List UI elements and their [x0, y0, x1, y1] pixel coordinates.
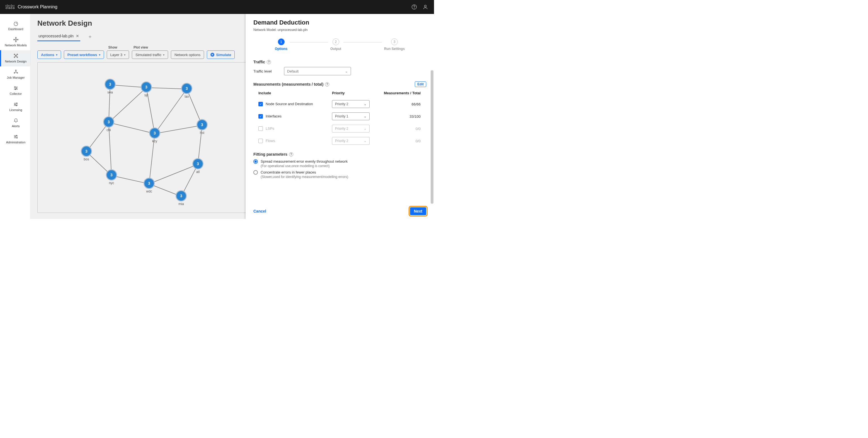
- help-icon[interactable]: ?: [289, 152, 293, 156]
- fitting-option-spread[interactable]: Spread measurement error evenly througho…: [253, 159, 426, 168]
- chevron-down-icon: ⌄: [364, 127, 367, 130]
- svg-point-15: [14, 72, 15, 74]
- priority-select: Priority 2⌄: [332, 125, 370, 133]
- nav-label: Network Models: [5, 43, 27, 47]
- node-chi[interactable]: 3chi: [103, 116, 114, 132]
- side-nav: Dashboard Network Models Network Design …: [0, 14, 31, 219]
- panel-title: Demand Deduction: [253, 19, 426, 26]
- brand: ı|ıı|ııCISCO Crosswork Planning: [6, 4, 57, 9]
- add-tab-button[interactable]: ＋: [86, 31, 94, 41]
- include-checkbox[interactable]: [258, 139, 263, 143]
- traffic-level-label: Traffic level: [253, 69, 278, 74]
- next-button[interactable]: Next: [410, 207, 426, 215]
- panel-footer: Cancel Next: [246, 203, 434, 219]
- cisco-logo: ı|ıı|ııCISCO: [6, 5, 15, 9]
- nav-administration[interactable]: Administration: [0, 131, 30, 147]
- svg-point-25: [17, 138, 17, 138]
- nav-collector[interactable]: Collector: [0, 83, 30, 99]
- file-tab-label: unprocessed-lab.pln: [38, 34, 73, 38]
- top-bar: ı|ıı|ııCISCO Crosswork Planning: [0, 0, 434, 14]
- col-mt: Measurements / Total: [371, 88, 426, 98]
- table-row: ✓Interfaces Priority 1⌄ 33/100: [253, 110, 426, 122]
- svg-point-3: [14, 22, 18, 26]
- nav-label: Collector: [10, 92, 22, 95]
- demand-deduction-panel: Demand Deduction Network Model: unproces…: [246, 14, 434, 219]
- plot-view-select[interactable]: Simulated traffic▾: [132, 51, 168, 59]
- svg-point-1: [414, 8, 414, 9]
- edit-button[interactable]: Edit: [415, 82, 426, 87]
- svg-point-2: [425, 5, 427, 7]
- nav-licensing[interactable]: Licensing: [0, 99, 30, 115]
- table-row: ✓Node Source and Destination Priority 2⌄…: [253, 98, 426, 110]
- node-bos[interactable]: 3bos: [81, 146, 92, 161]
- nav-network-design[interactable]: Network Design: [0, 50, 30, 66]
- svg-point-20: [17, 103, 17, 104]
- node-mia[interactable]: 3mia: [176, 190, 187, 206]
- priority-select[interactable]: Priority 1⌄: [332, 112, 370, 120]
- priority-select: Priority 2⌄: [332, 137, 370, 145]
- user-icon[interactable]: [422, 4, 428, 10]
- svg-point-14: [15, 70, 16, 71]
- col-include: Include: [253, 88, 331, 98]
- node-atl[interactable]: 3atl: [192, 158, 204, 174]
- simulate-button[interactable]: Simulate: [207, 51, 235, 59]
- fitting-option-concentrate[interactable]: Concentrate errors in fewer places(Slowe…: [253, 170, 426, 179]
- svg-point-16: [17, 72, 18, 74]
- step-run-settings[interactable]: 3Run Settings: [382, 38, 407, 51]
- node-sea[interactable]: 3sea: [104, 79, 116, 94]
- svg-point-8: [15, 41, 16, 42]
- svg-point-5: [13, 39, 14, 40]
- show-select[interactable]: Layer 3▾: [107, 51, 129, 59]
- svg-point-23: [16, 135, 17, 136]
- include-checkbox[interactable]: ✓: [258, 102, 263, 106]
- radio-icon[interactable]: [253, 159, 258, 164]
- table-row: LSPs Priority 2⌄ 0/0: [253, 122, 426, 135]
- help-icon[interactable]: ?: [267, 60, 271, 64]
- show-label: Show: [108, 46, 129, 49]
- measurements-table: Include Priority Measurements / Total ✓N…: [253, 88, 426, 147]
- fitting-section-title: Fitting parameters?: [253, 152, 426, 156]
- table-row: Flows Priority 2⌄ 0/0: [253, 135, 426, 147]
- node-wdc[interactable]: 3wdc: [144, 178, 155, 193]
- svg-point-21: [14, 104, 15, 105]
- svg-point-22: [16, 105, 17, 106]
- close-icon[interactable]: ✕: [76, 34, 79, 38]
- svg-point-19: [15, 89, 16, 90]
- help-icon[interactable]: [411, 4, 417, 10]
- preset-workflows-button[interactable]: Preset workflows▾: [64, 51, 104, 59]
- include-checkbox[interactable]: ✓: [258, 114, 263, 119]
- nav-dashboard[interactable]: Dashboard: [0, 18, 30, 34]
- node-lax[interactable]: 3lax: [181, 83, 192, 98]
- play-icon: [211, 53, 214, 57]
- nav-job-manager[interactable]: Job Manager: [0, 66, 30, 83]
- node-kcy[interactable]: 3kcy: [149, 127, 160, 143]
- priority-select[interactable]: Priority 2⌄: [332, 100, 370, 108]
- radio-icon[interactable]: [253, 170, 258, 175]
- nav-label: Dashboard: [8, 27, 23, 31]
- step-output[interactable]: 2Output: [328, 38, 343, 51]
- node-hst[interactable]: 3hst: [196, 119, 208, 135]
- node-sjc[interactable]: 3sjc: [141, 82, 152, 97]
- nav-label: Administration: [6, 141, 26, 144]
- cancel-button[interactable]: Cancel: [253, 209, 266, 213]
- network-options-button[interactable]: Network options: [171, 51, 204, 59]
- plot-view-label: Plot view: [133, 46, 168, 49]
- scrollbar[interactable]: [431, 70, 433, 204]
- file-tab[interactable]: unprocessed-lab.pln ✕: [37, 32, 80, 41]
- svg-point-24: [15, 137, 16, 137]
- nav-label: Network Design: [5, 60, 27, 63]
- actions-button[interactable]: Actions▾: [37, 51, 61, 59]
- include-checkbox[interactable]: [258, 126, 263, 131]
- product-name: Crosswork Planning: [18, 4, 57, 9]
- svg-point-4: [15, 39, 17, 40]
- chevron-down-icon: ⌄: [364, 114, 367, 118]
- node-nyc[interactable]: 3nyc: [106, 169, 117, 185]
- chevron-down-icon: ⌄: [364, 139, 367, 143]
- nav-alerts[interactable]: Alerts: [0, 115, 30, 131]
- step-options[interactable]: 1Options: [273, 38, 289, 51]
- help-icon[interactable]: ?: [325, 82, 329, 86]
- traffic-level-select[interactable]: Default⌄: [284, 67, 351, 75]
- wizard-stepper: 1Options 2Output 3Run Settings: [246, 34, 434, 53]
- nav-label: Job Manager: [7, 76, 25, 79]
- nav-network-models[interactable]: Network Models: [0, 34, 30, 50]
